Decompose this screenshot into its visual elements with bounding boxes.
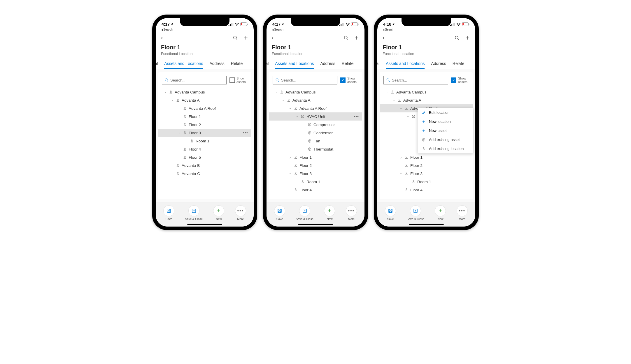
home-indicator[interactable] (187, 224, 222, 225)
tab-related-partial[interactable]: Relate (342, 59, 353, 69)
add-icon[interactable] (354, 35, 359, 40)
tree-row[interactable]: Advanta A (380, 96, 473, 104)
back-button[interactable]: ‹ (383, 34, 385, 42)
menu-new-asset[interactable]: New asset (418, 126, 473, 135)
save-close-button[interactable]: Save & Close (296, 205, 314, 221)
save-button[interactable]: Save (385, 205, 396, 221)
tab-assets-locations[interactable]: Assets and Locations (164, 59, 203, 69)
tree-row[interactable]: HVAC Unit••• (269, 112, 362, 121)
tree-row[interactable]: Thermostat (269, 145, 362, 153)
tab-related-partial[interactable]: Relate (231, 59, 243, 69)
tree-row[interactable]: Floor 5 (158, 153, 251, 161)
tab-related-partial[interactable]: Relate (453, 59, 464, 69)
chevron-icon[interactable] (295, 115, 299, 118)
add-icon[interactable] (465, 35, 470, 40)
tree-row[interactable]: Room 1 (158, 137, 251, 145)
tree-row[interactable]: Floor 3 (269, 169, 362, 178)
tree-row[interactable]: Floor 4 (380, 186, 473, 194)
chevron-icon[interactable] (392, 99, 396, 102)
save-button[interactable]: Save (274, 205, 285, 221)
chevron-icon[interactable] (399, 155, 403, 160)
tab-assets-locations[interactable]: Assets and Locations (386, 59, 425, 69)
new-button[interactable]: New (213, 205, 224, 221)
tree-row[interactable]: Fan (269, 137, 362, 145)
save-button[interactable]: Save (163, 205, 174, 221)
tree-row[interactable]: Floor 3••• (158, 129, 251, 137)
tree-row[interactable]: Advanta A (158, 96, 251, 104)
location-icon (294, 106, 298, 110)
search-input[interactable]: Search... (383, 76, 448, 84)
back-to-search[interactable]: Search (377, 28, 475, 31)
tree-row[interactable]: Advanta Campus (380, 88, 473, 96)
chevron-icon[interactable] (399, 107, 403, 110)
back-button[interactable]: ‹ (161, 34, 163, 42)
more-icon[interactable]: ••• (243, 130, 248, 135)
tree-row[interactable]: Advanta B (158, 161, 251, 169)
search-icon[interactable] (233, 35, 238, 40)
tree-row[interactable]: Floor 1 (380, 153, 473, 161)
back-to-search[interactable]: Search (267, 28, 364, 31)
tree-row[interactable]: Advanta A (269, 96, 362, 104)
tree-row[interactable]: Floor 2 (269, 161, 362, 169)
menu-edit-location[interactable]: Edit location (418, 108, 473, 117)
chevron-icon[interactable] (406, 115, 410, 118)
tab-general-partial[interactable]: eral (267, 59, 269, 69)
chevron-icon[interactable] (385, 91, 389, 94)
tree-row[interactable]: Floor 2 (380, 161, 473, 169)
more-button[interactable]: •••More (457, 205, 468, 221)
chevron-icon[interactable] (178, 131, 181, 135)
back-button[interactable]: ‹ (272, 34, 274, 42)
tree-row[interactable]: Floor 1 (158, 112, 251, 121)
menu-new-location[interactable]: New location (418, 117, 473, 126)
show-assets-checkbox[interactable] (229, 77, 235, 83)
chevron-icon[interactable] (399, 172, 403, 175)
search-icon[interactable] (454, 35, 460, 40)
save-close-button[interactable]: Save & Close (407, 205, 425, 221)
tree-row[interactable]: Advanta Campus (269, 88, 362, 96)
save-close-button[interactable]: Save & Close (185, 205, 203, 221)
home-indicator[interactable] (298, 224, 333, 225)
tab-general-partial[interactable]: eral (156, 59, 158, 69)
chevron-icon[interactable] (171, 99, 174, 102)
home-indicator[interactable] (409, 224, 444, 225)
tree-row[interactable]: Floor 2 (158, 121, 251, 129)
add-icon[interactable] (243, 35, 248, 40)
back-to-search[interactable]: Search (156, 28, 254, 31)
tab-address[interactable]: Address (320, 59, 335, 69)
notch (291, 18, 340, 26)
menu-add-existing-location[interactable]: Add existing location (418, 144, 473, 153)
chevron-icon[interactable] (281, 99, 285, 102)
tree-row[interactable]: Floor 1 (269, 153, 362, 161)
tree-row[interactable]: Condenser (269, 129, 362, 137)
more-icon[interactable]: ••• (354, 114, 359, 119)
search-input[interactable]: Search... (162, 76, 227, 84)
show-assets-checkbox[interactable]: ✓ (340, 77, 346, 83)
show-assets-checkbox[interactable]: ✓ (451, 77, 456, 83)
tree-row[interactable]: Floor 3 (380, 169, 473, 178)
tab-general-partial[interactable]: eral (377, 59, 379, 69)
more-button[interactable]: •••More (346, 205, 357, 221)
tree-row[interactable]: Advanta A Roof (269, 104, 362, 112)
menu-add-existing-asset[interactable]: Add existing asset (418, 135, 473, 144)
chevron-icon[interactable] (164, 91, 167, 94)
tree-row[interactable]: Room 1 (269, 178, 362, 186)
new-button[interactable]: New (435, 205, 446, 221)
new-button[interactable]: New (324, 205, 335, 221)
tree-row[interactable]: Compressor (269, 121, 362, 129)
chevron-icon[interactable] (288, 172, 292, 175)
tree-row[interactable]: Room 1 (380, 178, 473, 186)
tree-row[interactable]: Floor 4 (158, 145, 251, 153)
tree-row[interactable]: Advanta Campus (158, 88, 251, 96)
more-button[interactable]: •••More (235, 205, 246, 221)
chevron-icon[interactable] (288, 155, 292, 160)
tab-address[interactable]: Address (209, 59, 224, 69)
tab-assets-locations[interactable]: Assets and Locations (275, 59, 314, 69)
search-icon[interactable] (343, 35, 349, 40)
tree-row[interactable]: Advanta A Roof (158, 104, 251, 112)
tree-row[interactable]: Floor 4 (269, 186, 362, 194)
tree-row[interactable]: Advanta C (158, 169, 251, 178)
search-input[interactable]: Search... (273, 76, 337, 84)
chevron-icon[interactable] (274, 91, 278, 94)
tab-address[interactable]: Address (431, 59, 446, 69)
chevron-icon[interactable] (288, 107, 292, 110)
